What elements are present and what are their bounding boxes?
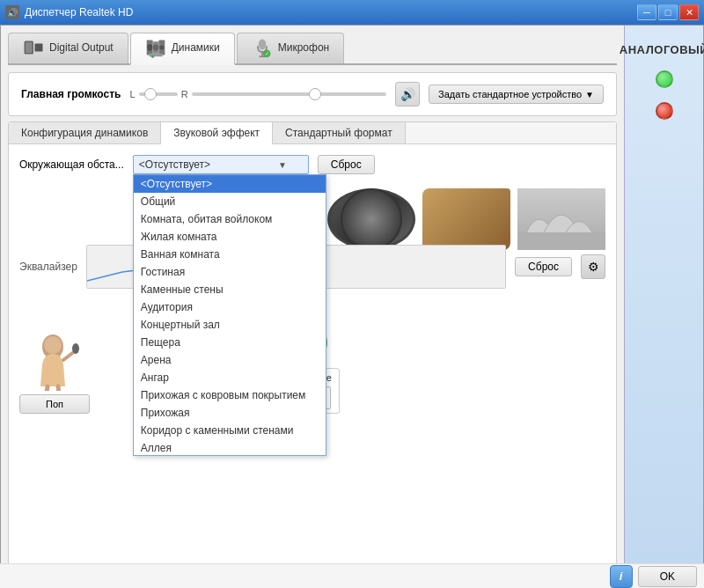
volume-slider-thumb2[interactable] <box>309 88 321 100</box>
eq-reset-button[interactable]: Сброс <box>515 257 572 276</box>
info-icon: i <box>620 570 623 583</box>
environment-select-wrapper: <Отсутствует> ▼ <Отсутствует> Общий Комн… <box>133 155 309 174</box>
volume-section: Главная громкость L R 🔊 Задать стандартн… <box>8 72 617 116</box>
mic-label: Микрофон <box>278 41 329 54</box>
volume-slider-container: L R <box>129 89 386 99</box>
dropdown-item-15[interactable]: Аллея <box>134 439 326 456</box>
volume-slider-track[interactable] <box>139 92 178 96</box>
pop-button[interactable]: Поп <box>19 394 90 414</box>
tab-speaker-config[interactable]: Конфигурация динамиков <box>9 122 161 143</box>
svg-point-9 <box>152 45 158 51</box>
environment-row: Окружающая обста... <Отсутствует> ▼ <Отс… <box>19 155 605 174</box>
svg-rect-1 <box>26 42 33 53</box>
analog-label: АНАЛОГОВЫЙ <box>620 43 704 56</box>
dropdown-item-8[interactable]: Концертный зал <box>134 316 326 334</box>
dropdown-item-6[interactable]: Каменные стены <box>134 281 326 298</box>
svg-point-11 <box>151 55 154 58</box>
dropdown-item-7[interactable]: Аудитория <box>134 298 326 316</box>
svg-rect-17 <box>517 232 605 250</box>
indicator-green <box>656 70 673 88</box>
environment-selected-value: <Отсутствует> <box>139 158 210 171</box>
dropdown-item-14[interactable]: Коридор с каменными стенами <box>134 422 326 439</box>
inner-tab-row: Конфигурация динамиков Звуковой эффект С… <box>9 122 616 144</box>
tab-digital-output[interactable]: Digital Output <box>8 33 128 63</box>
volume-slider-thumb[interactable] <box>144 88 157 100</box>
dropdown-item-5[interactable]: Гостиная <box>134 263 326 281</box>
dropdown-item-0[interactable]: <Отсутствует> <box>134 175 326 193</box>
dropdown-item-1[interactable]: Общий <box>134 193 326 210</box>
digital-output-label: Digital Output <box>49 41 114 54</box>
digital-output-icon <box>23 37 44 58</box>
assign-default-button[interactable]: Задать стандартное устройство ▼ <box>429 85 604 104</box>
close-button[interactable]: ✕ <box>679 4 699 20</box>
tab-standard-format[interactable]: Стандартный формат <box>273 122 406 143</box>
rock-image <box>422 188 510 250</box>
environment-reset-button[interactable]: Сброс <box>318 155 375 174</box>
dropdown-item-10[interactable]: Арена <box>134 351 326 369</box>
svg-line-23 <box>46 386 48 391</box>
tab-speakers[interactable]: Динамики <box>130 33 235 65</box>
eq-settings-button[interactable]: ⚙ <box>581 254 605 279</box>
dropdown-item-11[interactable]: Ангар <box>134 369 326 386</box>
settings-icon: ⚙ <box>588 260 599 274</box>
volume-label: Главная громкость <box>21 88 121 100</box>
volume-slider-track2[interactable] <box>192 92 386 96</box>
app-icon: 🔊 <box>5 5 19 19</box>
svg-point-5 <box>147 45 151 49</box>
dropdown-item-13[interactable]: Прихожая <box>134 404 326 422</box>
dropdown-item-2[interactable]: Комната, обитая войлоком <box>134 210 326 228</box>
title-bar: 🔊 Диспетчер Realtek HD ─ □ ✕ <box>0 0 704 25</box>
maximize-button[interactable]: □ <box>658 4 678 20</box>
assign-button-label: Задать стандартное устройство <box>438 89 582 99</box>
opera-image <box>517 188 605 250</box>
device-tabs: Digital Output <box>8 33 617 65</box>
eq-label: Эквалайзер <box>19 261 77 273</box>
environment-select[interactable]: <Отсутствует> ▼ <box>133 155 309 174</box>
svg-text:✓: ✓ <box>265 51 269 56</box>
scene-images <box>327 188 605 250</box>
pop-figure <box>24 329 85 391</box>
indicator-red <box>656 102 673 120</box>
tab-sound-effect[interactable]: Звуковой эффект <box>161 122 273 144</box>
environment-label: Окружающая обста... <box>19 158 124 171</box>
effect-panel: Окружающая обста... <Отсутствует> ▼ <Отс… <box>9 144 616 579</box>
info-button[interactable]: i <box>610 565 633 588</box>
assign-arrow-icon: ▼ <box>585 90 594 99</box>
speakers-label: Динамики <box>172 41 220 54</box>
svg-point-20 <box>44 336 62 354</box>
effect-pop: Поп <box>19 329 90 414</box>
svg-line-21 <box>63 351 75 360</box>
content-area: Digital Output <box>1 26 624 587</box>
dropdown-item-4[interactable]: Ванная комната <box>134 246 326 263</box>
dropdown-item-12[interactable]: Прихожая с ковровым покрытием <box>134 386 326 404</box>
speakers-icon <box>145 37 166 58</box>
inner-panel: Конфигурация динамиков Звуковой эффект С… <box>8 121 617 580</box>
right-sidebar: АНАЛОГОВЫЙ <box>624 26 703 587</box>
select-arrow-icon: ▼ <box>278 160 287 170</box>
volume-icon-button[interactable]: 🔊 <box>395 82 420 107</box>
svg-rect-2 <box>35 44 43 52</box>
environment-dropdown[interactable]: <Отсутствует> Общий Комната, обитая войл… <box>133 174 326 456</box>
window-controls: ─ □ ✕ <box>637 4 699 20</box>
ok-button[interactable]: OK <box>638 566 697 587</box>
svg-point-7 <box>159 45 164 49</box>
window-title: Диспетчер Realtek HD <box>25 6 637 18</box>
svg-line-24 <box>58 386 60 391</box>
dropdown-item-3[interactable]: Жилая комната <box>134 228 326 246</box>
svg-point-22 <box>72 343 79 354</box>
bottom-bar: i OK <box>0 563 704 588</box>
dropdown-item-9[interactable]: Пещера <box>134 334 326 351</box>
drum-image <box>327 188 415 250</box>
tab-mic[interactable]: ✓ Микрофон <box>237 33 344 63</box>
svg-rect-10 <box>149 54 162 56</box>
svg-point-12 <box>258 40 266 50</box>
mic-icon: ✓ <box>252 37 273 58</box>
minimize-button[interactable]: ─ <box>637 4 656 20</box>
left-label: L <box>129 89 135 99</box>
right-label: R <box>181 89 188 99</box>
main-window: Digital Output <box>0 25 704 588</box>
